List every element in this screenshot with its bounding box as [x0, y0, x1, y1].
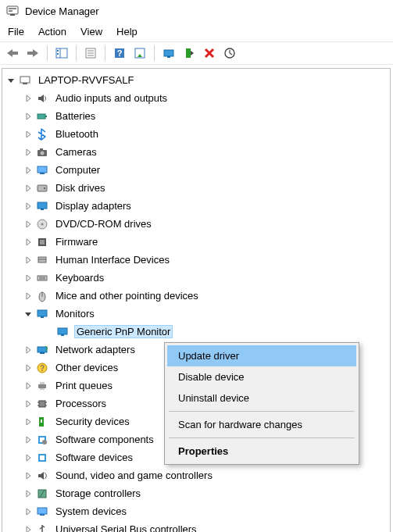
- tree-node-label: Software devices: [54, 452, 134, 463]
- tree-node-display[interactable]: Display adapters: [2, 197, 390, 215]
- context-menu-item[interactable]: Uninstall device: [167, 387, 356, 409]
- tree-node-label: Bluetooth: [54, 128, 100, 140]
- expand-icon[interactable]: [23, 488, 34, 499]
- menu-help[interactable]: Help: [116, 26, 138, 37]
- expand-icon[interactable]: [23, 345, 34, 355]
- expand-icon[interactable]: [23, 219, 34, 230]
- svg-rect-9: [57, 53, 59, 55]
- tree-node-disk[interactable]: Disk drives: [2, 179, 390, 197]
- tree-node-storage[interactable]: Storage controllers: [2, 484, 390, 502]
- show-tree-icon[interactable]: [52, 45, 71, 62]
- printer-icon: [35, 379, 49, 393]
- tree-root-label: LAPTOP-RVVFSALF: [37, 74, 135, 86]
- expand-icon[interactable]: [23, 201, 34, 212]
- svg-rect-1: [9, 8, 16, 9]
- svg-rect-28: [38, 166, 47, 173]
- collapse-icon[interactable]: [23, 309, 34, 320]
- tree-node-mouse[interactable]: Mice and other pointing devices: [2, 287, 390, 305]
- svg-point-31: [44, 187, 45, 188]
- svg-rect-4: [12, 52, 18, 55]
- context-menu-item[interactable]: Properties: [167, 441, 356, 462]
- expand-icon[interactable]: [23, 398, 34, 409]
- computer-icon: [18, 73, 32, 87]
- tree-node-dvd[interactable]: DVD/CD-ROM drives: [2, 215, 390, 233]
- svg-point-26: [41, 151, 45, 155]
- expand-icon[interactable]: [23, 183, 34, 194]
- tree-node-label: System devices: [54, 505, 128, 517]
- svg-point-65: [42, 440, 47, 445]
- expand-icon[interactable]: [23, 255, 34, 266]
- tree-node-label: DVD/CD-ROM drives: [54, 218, 153, 230]
- tree-node-usb[interactable]: Universal Serial Bus controllers: [2, 520, 390, 532]
- tree-node-battery[interactable]: Batteries: [2, 107, 390, 125]
- context-menu-item[interactable]: Scan for hardware changes: [167, 414, 356, 435]
- window-title: Device Manager: [25, 5, 99, 17]
- expand-icon[interactable]: [23, 165, 34, 176]
- svg-rect-24: [45, 116, 47, 117]
- forward-icon[interactable]: [23, 45, 42, 62]
- expand-icon[interactable]: [23, 524, 34, 533]
- svg-rect-48: [61, 334, 64, 336]
- expand-icon[interactable]: [23, 416, 34, 427]
- expand-icon[interactable]: [23, 291, 34, 302]
- expand-icon[interactable]: [23, 273, 34, 284]
- expand-icon[interactable]: [23, 470, 34, 481]
- tree-node-label: Mice and other pointing devices: [54, 290, 200, 302]
- tree-node-camera[interactable]: Cameras: [2, 143, 390, 161]
- monitor-icon: [55, 325, 70, 339]
- expand-icon[interactable]: [23, 111, 34, 122]
- tree-root[interactable]: LAPTOP-RVVFSALF: [2, 71, 390, 89]
- context-menu-item[interactable]: Update driver: [167, 345, 356, 366]
- tree-node-label: Keyboards: [54, 272, 105, 284]
- tree-node-keyboard[interactable]: Keyboards: [2, 269, 390, 287]
- camera-icon: [35, 145, 49, 159]
- svg-rect-62: [41, 420, 42, 423]
- update-driver-toolbar-icon[interactable]: [159, 45, 178, 62]
- context-menu-item[interactable]: Disable device: [167, 366, 356, 387]
- help-icon[interactable]: ?: [110, 45, 129, 62]
- toolbar-separator: [76, 45, 77, 61]
- hid-icon: [35, 253, 49, 267]
- expand-icon[interactable]: [23, 452, 34, 463]
- uninstall-device-icon[interactable]: [200, 45, 219, 62]
- svg-rect-53: [38, 384, 46, 388]
- menu-view[interactable]: View: [80, 26, 102, 37]
- speaker-icon: [35, 91, 49, 105]
- expand-icon[interactable]: [23, 93, 34, 104]
- menu-file[interactable]: File: [8, 26, 24, 37]
- tree-node-sound[interactable]: Sound, video and game controllers: [2, 466, 390, 484]
- expand-icon[interactable]: [23, 129, 34, 140]
- expand-icon[interactable]: [23, 506, 34, 517]
- menu-action[interactable]: Action: [38, 26, 66, 37]
- scan-changes-icon[interactable]: [220, 45, 239, 62]
- display-icon: [35, 199, 49, 213]
- tree-node-computer[interactable]: Computer: [2, 161, 390, 179]
- svg-rect-2: [9, 10, 13, 12]
- tree-node-firmware[interactable]: Firmware: [2, 233, 390, 251]
- tree-node-label: Security devices: [54, 416, 131, 427]
- enable-device-icon[interactable]: [180, 45, 198, 62]
- collapse-icon[interactable]: [5, 75, 16, 86]
- expand-icon[interactable]: [23, 362, 34, 373]
- expand-icon[interactable]: [23, 380, 34, 391]
- tree-node-label: Storage controllers: [54, 487, 142, 499]
- scan-hardware-icon[interactable]: [130, 45, 149, 62]
- expand-icon[interactable]: [23, 434, 34, 445]
- tree-node-label: Disk drives: [54, 182, 107, 194]
- svg-rect-8: [57, 50, 59, 52]
- mouse-icon: [35, 289, 49, 303]
- back-icon[interactable]: [3, 45, 22, 62]
- expand-icon[interactable]: [23, 147, 34, 158]
- svg-rect-32: [38, 202, 47, 209]
- tree-node-bluetooth[interactable]: Bluetooth: [2, 125, 390, 143]
- expand-icon[interactable]: [23, 237, 34, 248]
- toolbar-separator: [105, 45, 105, 61]
- tree-node-speaker[interactable]: Audio inputs and outputs: [2, 89, 390, 107]
- tree-node-system[interactable]: System devices: [2, 502, 390, 520]
- context-menu-separator: [169, 411, 355, 412]
- svg-rect-33: [41, 209, 44, 210]
- properties-icon[interactable]: [81, 45, 100, 62]
- tree-node-monitor[interactable]: Monitors: [2, 305, 390, 323]
- tree-leaf-monitor[interactable]: Generic PnP Monitor: [2, 323, 390, 341]
- tree-node-hid[interactable]: Human Interface Devices: [2, 251, 390, 269]
